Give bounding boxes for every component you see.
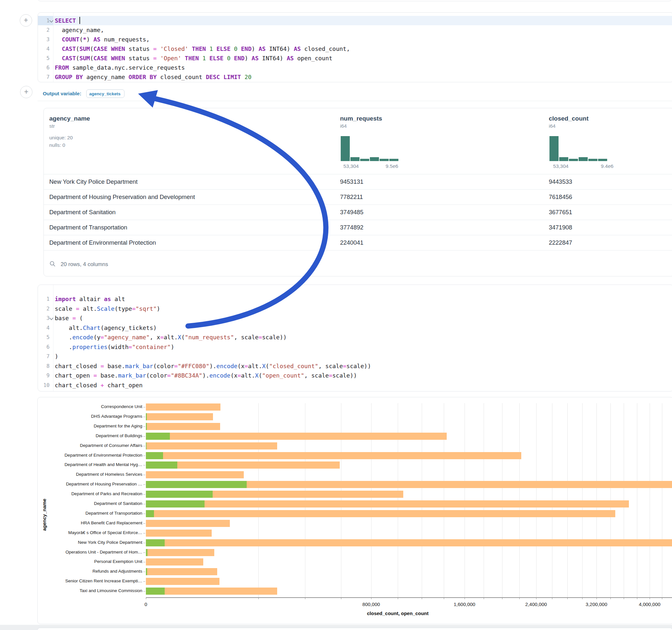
code-fold-chevron-icon[interactable] <box>49 316 53 320</box>
column-type-num-requests: i64 <box>340 123 347 129</box>
previous-cell-edge <box>37 0 672 1</box>
code-line[interactable]: .properties(width="container") <box>55 342 174 352</box>
bar-chart: 0800,0001,600,0002,400,0003,200,0004,000… <box>38 397 672 624</box>
y-tick-label: DHS Advantage Programs <box>38 414 142 419</box>
line-number: 7 <box>38 72 50 82</box>
table-cell: Department of Sanitation <box>49 204 116 220</box>
code-line[interactable]: chart_closed = base.mark_bar(color="#FFC… <box>55 361 371 371</box>
y-tick-label: Refunds and Adjustments <box>38 569 142 574</box>
code-line[interactable]: chart_closed + chart_open <box>55 381 143 390</box>
code-line[interactable]: chart_open = base.mark_bar(color="#8BC34… <box>55 371 357 380</box>
table-cell: Department of Environmental Protection <box>49 235 156 250</box>
y-axis-tick <box>143 446 145 446</box>
x-tick-label: 2,400,000 <box>525 602 547 607</box>
open-count-bar <box>146 539 165 547</box>
line-number: 1 <box>38 16 50 25</box>
text-caret <box>79 17 80 24</box>
table-cell: 2222847 <box>549 235 572 250</box>
code-line[interactable]: FROM sample_data.nyc.service_requests <box>55 63 185 72</box>
open-count-bar <box>146 568 147 575</box>
column-type-closed-count: i64 <box>549 123 556 129</box>
table-cell: 3471908 <box>549 220 572 235</box>
y-axis-tick <box>143 427 145 427</box>
gutter-separator <box>53 285 53 391</box>
add-cell-button-top[interactable]: + <box>20 14 32 27</box>
closed-count-bar <box>146 423 220 430</box>
table-cell: 3774892 <box>340 220 363 235</box>
histogram-closed-count <box>549 136 608 161</box>
y-axis-tick <box>143 553 145 553</box>
line-number: 6 <box>38 63 50 72</box>
table-row: Department of Housing Preservation and D… <box>44 189 672 205</box>
closed-count-bar <box>146 558 203 565</box>
y-axis-tick <box>143 533 145 533</box>
line-number: 2 <box>38 304 50 313</box>
column-header-num-requests: num_requests <box>340 115 382 122</box>
code-line[interactable]: GROUP BY agency_name ORDER BY closed_cou… <box>55 72 251 82</box>
code-line[interactable]: COUNT(*) AS num_requests, <box>55 35 150 44</box>
output-variable-label: Output variable: <box>43 90 81 98</box>
open-count-bar <box>146 413 147 420</box>
line-number: 2 <box>38 25 50 35</box>
y-tick-label: New York City Police Department <box>38 540 142 545</box>
line-number: 1 <box>38 294 50 304</box>
y-axis-tick <box>143 514 145 514</box>
x-axis-tick <box>305 597 305 599</box>
x-axis-tick <box>371 597 371 599</box>
column-type-agency-name: str <box>49 123 55 129</box>
code-line[interactable]: base = ( <box>55 313 83 323</box>
closed-count-bar <box>146 433 447 440</box>
line-number: 5 <box>38 333 50 342</box>
code-line[interactable]: agency_name, <box>55 25 104 35</box>
closed-count-bar <box>146 587 277 595</box>
y-axis-tick <box>143 494 145 494</box>
table-cell: 7782211 <box>340 189 363 204</box>
closed-count-bar <box>146 442 277 450</box>
y-tick-label: Department of Consumer Affairs <box>38 443 142 448</box>
search-icon[interactable] <box>49 261 56 267</box>
line-number: 3 <box>38 313 50 323</box>
code-line[interactable]: .encode(y="agency_name", x=alt.X("num_re… <box>55 333 287 342</box>
next-cell-edge <box>37 628 672 630</box>
code-line[interactable]: ) <box>55 352 58 361</box>
x-tick-label: 4,000,000 <box>639 602 661 607</box>
x-axis-tick <box>341 597 341 599</box>
table-cell: 3677651 <box>549 204 572 220</box>
column-header-closed-count: closed_count <box>549 115 589 122</box>
chart-card: 0800,0001,600,0002,400,0003,200,0004,000… <box>37 397 672 624</box>
y-axis-tick <box>143 591 145 591</box>
table-cell: Department of Transportation <box>49 220 127 235</box>
code-line[interactable]: CAST(SUM(CASE WHEN status = 'Closed' THE… <box>55 44 350 53</box>
y-axis-tick <box>143 475 145 475</box>
y-axis-tick <box>143 407 145 407</box>
x-axis-tick <box>637 597 637 599</box>
open-count-bar <box>146 491 213 498</box>
y-axis-tick <box>143 456 145 456</box>
code-line[interactable]: import altair as alt <box>55 294 125 304</box>
notebook-page: + + 1SELECT 2 agency_name,3 COUNT(*) AS … <box>0 0 672 630</box>
table-cell: 3749485 <box>340 204 363 220</box>
code-line[interactable]: scale = alt.Scale(type="sqrt") <box>55 304 160 313</box>
dataframe-preview-card: agency_name str unique: 20 nulls: 0 num_… <box>44 108 672 276</box>
code-line[interactable]: alt.Chart(agency_tickets) <box>55 323 157 333</box>
open-count-bar <box>146 500 205 508</box>
sql-cell: 1SELECT 2 agency_name,3 COUNT(*) AS num_… <box>38 12 672 82</box>
output-variable-pill[interactable]: agency_tickets <box>86 90 124 98</box>
closed-count-bar <box>146 413 213 420</box>
x-axis-tick <box>567 597 568 599</box>
open-count-bar <box>146 587 165 595</box>
sql-code-editor[interactable]: 1SELECT 2 agency_name,3 COUNT(*) AS num_… <box>38 13 672 82</box>
section-divider <box>38 101 672 101</box>
gutter-separator <box>53 13 53 82</box>
code-line[interactable]: SELECT <box>55 16 80 25</box>
python-code-editor[interactable]: 1import altair as alt2scale = alt.Scale(… <box>38 285 672 391</box>
code-line[interactable]: CAST(SUM(CASE WHEN status = 'Open' THEN … <box>55 53 332 63</box>
open-count-bar <box>146 452 163 459</box>
x-axis-tick <box>624 597 624 599</box>
open-count-bar <box>146 423 147 430</box>
closed-count-bar <box>146 452 521 459</box>
add-cell-button-below-sql[interactable]: + <box>20 86 32 98</box>
line-number: 3 <box>38 35 50 44</box>
x-axis-tick <box>650 597 650 599</box>
x-tick-label: 3,200,000 <box>586 602 607 607</box>
